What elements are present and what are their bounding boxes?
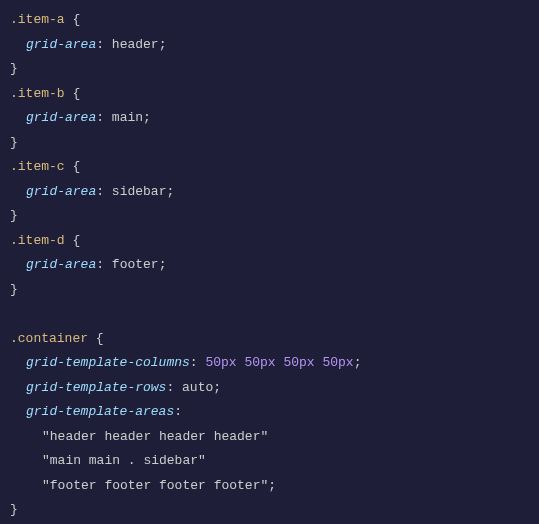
brace: } — [10, 135, 18, 150]
css-property: grid-template-areas — [26, 404, 174, 419]
css-selector: .item-c — [10, 159, 65, 174]
css-value: 50px 50px 50px 50px — [205, 355, 353, 370]
code-line: } — [10, 204, 529, 229]
css-string: "footer footer footer footer" — [42, 478, 268, 493]
code-line: .container { — [10, 327, 529, 352]
code-line: "header header header header" — [10, 425, 529, 450]
css-property: grid-template-rows — [26, 380, 166, 395]
code-line: grid-template-areas: — [10, 400, 529, 425]
code-line: } — [10, 131, 529, 156]
code-line: .item-b { — [10, 82, 529, 107]
css-property: grid-area — [26, 184, 96, 199]
css-value: auto — [182, 380, 213, 395]
brace: { — [72, 86, 80, 101]
code-line: .item-c { — [10, 155, 529, 180]
css-string: "header header header header" — [42, 429, 268, 444]
css-selector: .container — [10, 331, 88, 346]
css-property: grid-area — [26, 110, 96, 125]
brace: } — [10, 208, 18, 223]
code-line: } — [10, 278, 529, 303]
brace: } — [10, 502, 18, 517]
brace: { — [96, 331, 104, 346]
css-value: sidebar — [112, 184, 167, 199]
css-selector: .item-d — [10, 233, 65, 248]
css-value: main — [112, 110, 143, 125]
code-line: grid-area: header; — [10, 33, 529, 58]
brace: { — [72, 159, 80, 174]
code-line: grid-area: main; — [10, 106, 529, 131]
brace: } — [10, 282, 18, 297]
code-line: grid-template-columns: 50px 50px 50px 50… — [10, 351, 529, 376]
css-property: grid-area — [26, 37, 96, 52]
code-line — [10, 302, 529, 327]
brace: { — [72, 12, 80, 27]
code-line: .item-a { — [10, 8, 529, 33]
code-line: .item-d { — [10, 229, 529, 254]
code-line: "main main . sidebar" — [10, 449, 529, 474]
css-selector: .item-b — [10, 86, 65, 101]
css-value: footer — [112, 257, 159, 272]
css-selector: .item-a — [10, 12, 65, 27]
css-string: "main main . sidebar" — [42, 453, 206, 468]
css-code-block: .item-a {grid-area: header;}.item-b {gri… — [10, 8, 529, 523]
css-property: grid-template-columns — [26, 355, 190, 370]
css-property: grid-area — [26, 257, 96, 272]
code-line: grid-template-rows: auto; — [10, 376, 529, 401]
code-line: } — [10, 57, 529, 82]
code-line: grid-area: footer; — [10, 253, 529, 278]
code-line: "footer footer footer footer"; — [10, 474, 529, 499]
brace: } — [10, 61, 18, 76]
code-line: grid-area: sidebar; — [10, 180, 529, 205]
brace: { — [72, 233, 80, 248]
css-value: header — [112, 37, 159, 52]
code-line: } — [10, 498, 529, 523]
